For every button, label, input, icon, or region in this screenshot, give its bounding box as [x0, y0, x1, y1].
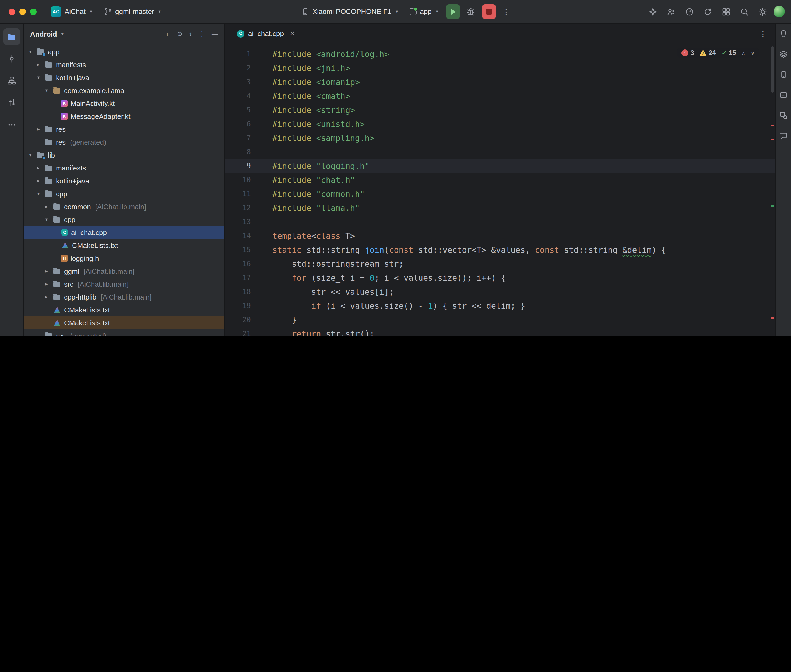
gemini-button[interactable]: [645, 4, 661, 19]
line-number[interactable]: 18: [225, 285, 251, 299]
chevron-collapsed-icon[interactable]: ▸: [35, 62, 42, 67]
profiler-button[interactable]: [682, 4, 697, 19]
chevron-expanded-icon[interactable]: ▾: [43, 217, 50, 222]
error-stripe-mark[interactable]: [771, 139, 774, 140]
inspections-widget[interactable]: ! 3 ! 24 ✓ 15 ∧ ∨: [677, 48, 759, 58]
tree-item[interactable]: Hlogging.h: [24, 252, 225, 265]
line-number[interactable]: 21: [225, 327, 251, 336]
tree-item[interactable]: ▸manifests: [24, 58, 225, 71]
settings-button[interactable]: [755, 4, 770, 19]
project-tool-button[interactable]: [3, 28, 20, 45]
run-button[interactable]: [446, 4, 460, 19]
code-line[interactable]: 14template<class T>: [225, 229, 775, 243]
run-options-kebab-icon[interactable]: ⋮: [499, 7, 513, 16]
line-number[interactable]: 5: [225, 103, 251, 117]
locate-file-icon[interactable]: ⊕: [177, 30, 183, 38]
run-configuration-selector[interactable]: app ▾: [405, 5, 442, 18]
tree-item[interactable]: ▾app: [24, 45, 225, 58]
chevron-collapsed-icon[interactable]: ▸: [35, 126, 42, 132]
more-tool-windows-button[interactable]: [3, 116, 20, 133]
errors-indicator[interactable]: ! 3: [682, 49, 694, 56]
debug-button[interactable]: [464, 4, 478, 19]
error-stripe-mark[interactable]: [771, 125, 774, 126]
line-number[interactable]: 20: [225, 313, 251, 327]
code-line[interactable]: 17 for (size_t i = 0; i < values.size();…: [225, 271, 775, 285]
code-line[interactable]: 16 std::ostringstream str;: [225, 257, 775, 271]
tree-item[interactable]: ▸kotlin+java: [24, 174, 225, 187]
app-inspection-button[interactable]: [777, 109, 790, 122]
tree-item[interactable]: ▾lib: [24, 149, 225, 162]
line-number[interactable]: 19: [225, 299, 251, 313]
commit-tool-button[interactable]: [3, 50, 20, 67]
search-everywhere-button[interactable]: [737, 4, 752, 19]
code-line[interactable]: 9#include "logging.h": [225, 159, 775, 173]
line-number[interactable]: 7: [225, 131, 251, 145]
code-line[interactable]: 12#include "llama.h": [225, 201, 775, 215]
line-number[interactable]: 4: [225, 89, 251, 103]
line-number[interactable]: 10: [225, 173, 251, 187]
tree-item[interactable]: CMakeLists.txt: [24, 316, 225, 329]
line-number[interactable]: 16: [225, 257, 251, 271]
logcat-button[interactable]: [777, 88, 790, 101]
tree-item[interactable]: ▾cpp: [24, 187, 225, 200]
code-line[interactable]: 18 str << values[i];: [225, 285, 775, 299]
add-icon[interactable]: ＋: [164, 29, 171, 38]
tree-item[interactable]: res(generated): [24, 136, 225, 149]
minimize-window-button[interactable]: [19, 8, 26, 15]
assistant-button[interactable]: [777, 129, 790, 142]
tree-item[interactable]: KMessageAdapter.kt: [24, 110, 225, 123]
chevron-collapsed-icon[interactable]: ▸: [43, 268, 50, 274]
passed-indicator[interactable]: ✓ 15: [721, 49, 736, 56]
code-line[interactable]: 13: [225, 215, 775, 229]
more-tools-button[interactable]: [719, 4, 734, 19]
close-icon[interactable]: ✕: [290, 30, 295, 37]
previous-issue-icon[interactable]: ∧: [741, 50, 746, 56]
code-line[interactable]: 4#include <cmath>: [225, 89, 775, 103]
tree-item[interactable]: ▸src[AiChat.lib.main]: [24, 277, 225, 290]
line-number[interactable]: 14: [225, 229, 251, 243]
tree-item[interactable]: ▸ggml[AiChat.lib.main]: [24, 265, 225, 277]
warnings-indicator[interactable]: ! 24: [700, 49, 716, 56]
code-line[interactable]: 5#include <string>: [225, 103, 775, 117]
tree-item[interactable]: ▸manifests: [24, 162, 225, 174]
code-line[interactable]: 7#include <sampling.h>: [225, 131, 775, 145]
code-area[interactable]: 1#include <android/log.h>2#include <jni.…: [225, 47, 775, 336]
chevron-collapsed-icon[interactable]: ▸: [43, 281, 50, 286]
device-selector[interactable]: Xiaomi POCOPHONE F1 ▾: [297, 5, 402, 18]
zoom-window-button[interactable]: [30, 8, 37, 15]
notifications-button[interactable]: [777, 27, 790, 40]
line-number[interactable]: 15: [225, 243, 251, 257]
code-line[interactable]: 6#include <unistd.h>: [225, 117, 775, 131]
tree-item[interactable]: ▸common[AiChat.lib.main]: [24, 200, 225, 213]
line-number[interactable]: 8: [225, 145, 251, 159]
tree-item[interactable]: res(generated): [24, 329, 225, 336]
line-number[interactable]: 1: [225, 47, 251, 61]
line-number[interactable]: 13: [225, 215, 251, 229]
change-stripe-mark[interactable]: [771, 205, 774, 207]
project-view-selector[interactable]: Android: [30, 30, 57, 38]
chevron-collapsed-icon[interactable]: ▸: [35, 178, 42, 183]
editor-body[interactable]: 1#include <android/log.h>2#include <jni.…: [225, 44, 775, 336]
structure-tool-button[interactable]: [3, 72, 20, 89]
editor-tab-ai-chat-cpp[interactable]: C ai_chat.cpp ✕: [230, 24, 301, 43]
chevron-expanded-icon[interactable]: ▾: [27, 152, 34, 158]
next-issue-icon[interactable]: ∨: [751, 50, 755, 56]
close-window-button[interactable]: [9, 8, 15, 15]
tree-item[interactable]: CMakeLists.txt: [24, 239, 225, 252]
build-variants-button[interactable]: [777, 47, 790, 60]
chevron-collapsed-icon[interactable]: ▸: [43, 204, 50, 209]
chevron-expanded-icon[interactable]: ▾: [35, 191, 42, 196]
code-with-me-button[interactable]: [664, 4, 679, 19]
tree-item[interactable]: KMainActivity.kt: [24, 97, 225, 110]
code-line[interactable]: 21 return str.str();: [225, 327, 775, 336]
tree-item[interactable]: ▾cpp: [24, 213, 225, 226]
tree-item[interactable]: ▸res: [24, 123, 225, 136]
line-number[interactable]: 9: [225, 159, 251, 173]
sync-project-button[interactable]: [700, 4, 716, 19]
tree-item[interactable]: ▾com.example.llama: [24, 84, 225, 97]
expand-all-icon[interactable]: ↕: [189, 30, 192, 38]
chevron-collapsed-icon[interactable]: ▸: [43, 294, 50, 299]
tree-item[interactable]: ▸cpp-httplib[AiChat.lib.main]: [24, 290, 225, 303]
editor-options-kebab-icon[interactable]: ⋮: [756, 29, 770, 38]
chevron-expanded-icon[interactable]: ▾: [43, 88, 50, 93]
